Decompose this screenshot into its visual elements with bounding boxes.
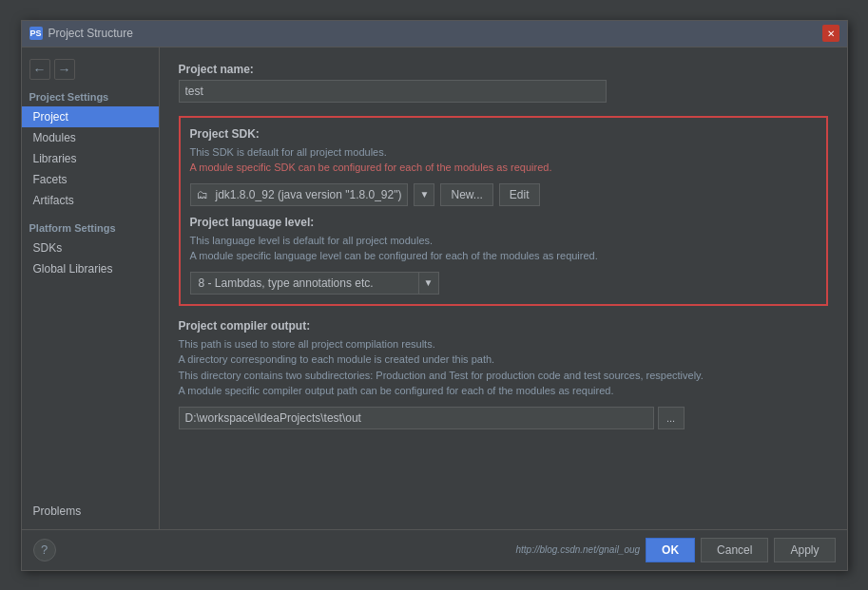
sidebar-item-artifacts[interactable]: Artifacts	[22, 190, 159, 211]
sdk-desc2: A module specific SDK can be configured …	[190, 160, 817, 176]
sidebar-item-project[interactable]: Project	[22, 106, 159, 127]
platform-settings-header: Platform Settings	[22, 219, 159, 238]
cancel-button[interactable]: Cancel	[701, 538, 768, 562]
dialog-body: ← → Project Settings Project Modules Lib…	[22, 48, 847, 529]
compiler-path-input[interactable]	[179, 407, 654, 429]
compiler-desc4: A module specific compiler output path c…	[179, 383, 828, 399]
title-bar-left: PS Project Structure	[29, 27, 133, 40]
compiler-output-section: Project compiler output: This path is us…	[179, 319, 828, 429]
sidebar-item-global-libraries[interactable]: Global Libraries	[22, 258, 159, 279]
sidebar-item-libraries[interactable]: Libraries	[22, 148, 159, 169]
sdk-desc1: This SDK is default for all project modu…	[190, 144, 817, 161]
compiler-path-row: ...	[179, 407, 828, 429]
dialog-title: Project Structure	[48, 27, 133, 40]
sdk-select-display[interactable]: 🗂 jdk1.8.0_92 (java version "1.8.0_92")	[190, 183, 409, 206]
footer-right: http://blog.csdn.net/gnail_oug OK Cancel…	[515, 538, 835, 562]
project-name-section: Project name:	[179, 63, 828, 103]
project-structure-dialog: PS Project Structure ✕ ← → Project Setti…	[21, 20, 848, 571]
compiler-desc2: A directory corresponding to each module…	[179, 352, 828, 368]
language-level-desc1: This language level is default for all p…	[190, 233, 817, 249]
back-button[interactable]: ←	[29, 59, 50, 80]
close-button[interactable]: ✕	[822, 25, 839, 42]
sdk-dropdown-arrow[interactable]: ▼	[414, 183, 434, 206]
apply-button[interactable]: Apply	[774, 538, 835, 562]
language-level-dropdown-arrow[interactable]: ▼	[418, 272, 439, 295]
browse-button[interactable]: ...	[658, 407, 685, 429]
footer-left: ?	[33, 539, 56, 561]
compiler-desc1: This path is used to store all project c…	[179, 336, 828, 352]
sdk-new-button[interactable]: New...	[440, 183, 492, 206]
ok-button[interactable]: OK	[646, 538, 695, 562]
sdk-select-value: jdk1.8.0_92 (java version "1.8.0_92")	[216, 188, 402, 201]
dialog-footer: ? http://blog.csdn.net/gnail_oug OK Canc…	[22, 529, 847, 570]
project-sdk-label: Project SDK:	[190, 127, 817, 141]
language-level-value[interactable]: 8 - Lambdas, type annotations etc.	[190, 272, 418, 295]
project-sdk-section: Project SDK: This SDK is default for all…	[179, 116, 828, 306]
project-settings-header: Project Settings	[22, 87, 159, 106]
project-name-label: Project name:	[179, 63, 828, 76]
sidebar-item-problems[interactable]: Problems	[22, 501, 159, 522]
help-button[interactable]: ?	[33, 539, 56, 561]
compiler-desc3: This directory contains two subdirectori…	[179, 368, 828, 384]
main-content: Project name: Project SDK: This SDK is d…	[160, 48, 847, 529]
sidebar-item-facets[interactable]: Facets	[22, 169, 159, 190]
forward-button[interactable]: →	[54, 59, 75, 80]
watermark-text: http://blog.csdn.net/gnail_oug	[515, 544, 640, 555]
project-name-input[interactable]	[179, 80, 607, 103]
language-level-label: Project language level:	[190, 216, 817, 229]
language-level-select-row: 8 - Lambdas, type annotations etc. ▼	[190, 272, 817, 295]
sdk-edit-button[interactable]: Edit	[499, 183, 540, 206]
compiler-output-label: Project compiler output:	[179, 319, 828, 333]
sidebar-item-sdks[interactable]: SDKs	[22, 238, 159, 258]
sidebar: ← → Project Settings Project Modules Lib…	[22, 48, 160, 529]
sdk-file-icon: 🗂	[197, 188, 208, 201]
sidebar-item-modules[interactable]: Modules	[22, 127, 159, 148]
title-bar: PS Project Structure ✕	[22, 21, 847, 48]
app-icon: PS	[29, 27, 43, 40]
nav-toolbar: ← →	[22, 55, 159, 87]
language-level-desc2: A module specific language level can be …	[190, 248, 817, 264]
